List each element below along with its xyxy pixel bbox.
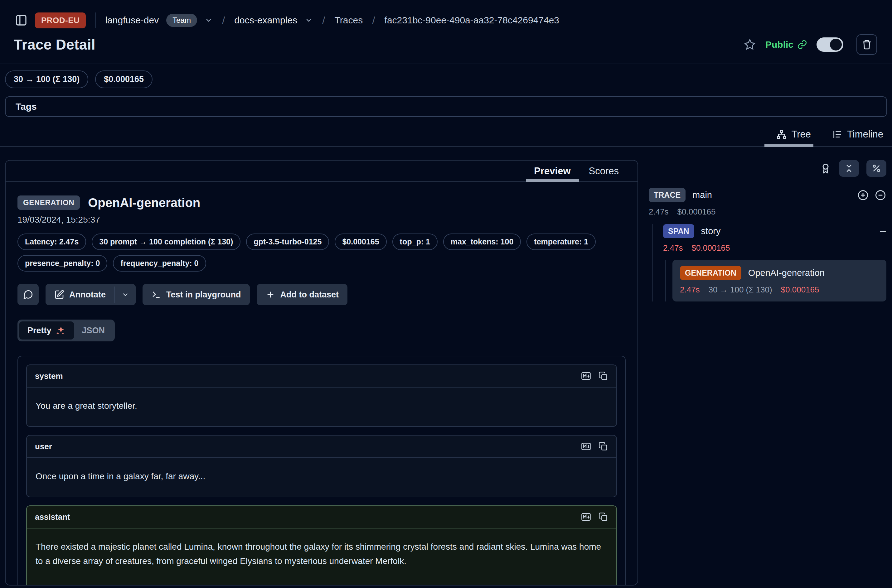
tab-tree-label: Tree xyxy=(791,129,811,140)
collapse-all-button[interactable] xyxy=(839,160,859,177)
message-header-icons xyxy=(581,371,608,381)
annotate-split-button: Annotate xyxy=(45,284,136,305)
message-content: Once upon a time in a galaxy far, far aw… xyxy=(27,458,616,496)
sidebar-toggle-button[interactable] xyxy=(15,14,27,27)
tree-node-span[interactable]: SPAN story − xyxy=(663,224,886,238)
tree-zoom-controls xyxy=(857,189,886,201)
trace-stats: 30 → 100 (Σ 130) $0.000165 xyxy=(0,64,892,91)
model-badge[interactable]: gpt-3.5-turbo-0125 xyxy=(246,234,329,250)
add-to-dataset-button[interactable]: Add to dataset xyxy=(257,284,348,305)
sparkles-icon xyxy=(55,325,66,336)
observation-title: OpenAI-generation xyxy=(88,196,200,210)
span-metrics: 2.47s $0.000165 xyxy=(663,243,886,253)
breadcrumb-divider xyxy=(95,12,96,28)
message-header: assistant xyxy=(27,506,616,528)
tab-scores[interactable]: Scores xyxy=(589,165,619,181)
markdown-toggle-icon[interactable] xyxy=(581,512,591,522)
breadcrumb-traces[interactable]: Traces xyxy=(335,15,363,26)
json-label: JSON xyxy=(82,326,105,336)
tree-toolbar xyxy=(649,160,886,177)
message-role: system xyxy=(35,371,63,381)
trace-type-badge: TRACE xyxy=(649,188,686,202)
generation-cost: $0.000165 xyxy=(781,285,819,295)
tree-icon xyxy=(776,129,787,140)
award-icon[interactable] xyxy=(820,162,832,174)
minus-circle-icon[interactable] xyxy=(874,189,886,201)
message-header: system xyxy=(27,365,616,387)
presence-penalty-badge: presence_penalty: 0 xyxy=(18,255,107,272)
trash-icon xyxy=(862,39,872,50)
message-header-icons xyxy=(581,512,608,522)
frequency-penalty-badge: frequency_penalty: 0 xyxy=(113,255,206,272)
observation-actions: Annotate Test in playgroun xyxy=(18,284,626,305)
timeline-icon xyxy=(832,129,843,140)
copy-icon[interactable] xyxy=(598,512,608,522)
temperature-badge: temperature: 1 xyxy=(527,234,596,250)
comments-button[interactable] xyxy=(18,284,39,305)
message-content: There existed a majestic planet called L… xyxy=(27,528,616,585)
cost-badge: $0.000165 xyxy=(335,234,386,250)
toggle-knob xyxy=(830,39,842,51)
chevron-down-icon[interactable] xyxy=(204,16,213,24)
pretty-label: Pretty xyxy=(27,326,51,336)
trace-cost-badge: $0.000165 xyxy=(95,70,153,88)
format-toggle: Pretty JSON xyxy=(18,320,115,341)
test-in-playground-button[interactable]: Test in playground xyxy=(143,284,250,305)
annotate-dropdown-button[interactable] xyxy=(115,284,136,305)
generation-tokens: 30 → 100 (Σ 130) xyxy=(709,285,772,295)
message-header: user xyxy=(27,435,616,458)
show-metrics-button[interactable] xyxy=(866,160,886,177)
tab-timeline-label: Timeline xyxy=(847,129,883,140)
format-pretty-segment[interactable]: Pretty xyxy=(20,321,74,339)
public-toggle[interactable] xyxy=(817,38,843,52)
breadcrumb-org[interactable]: langfuse-dev xyxy=(105,15,159,26)
copy-icon[interactable] xyxy=(598,441,608,452)
format-json-segment[interactable]: JSON xyxy=(74,322,113,339)
latency-badge: Latency: 2.47s xyxy=(18,234,86,250)
tags-label: Tags xyxy=(16,101,37,112)
tags-container[interactable]: Tags xyxy=(5,96,887,117)
trace-tree-panel: TRACE main 2.47s $0.000165 SPAN xyxy=(649,160,887,302)
chevron-down-icon xyxy=(121,291,129,298)
observation-type-badge: GENERATION xyxy=(18,195,80,210)
top-p-badge: top_p: 1 xyxy=(392,234,438,250)
trace-metrics: 2.47s $0.000165 xyxy=(649,207,886,217)
chevron-down-icon[interactable] xyxy=(305,16,313,24)
tree-node-trace[interactable]: TRACE main xyxy=(649,188,886,202)
span-type-badge: SPAN xyxy=(663,224,694,238)
terminal-icon xyxy=(151,290,161,300)
tree-node-generation-selected[interactable]: GENERATION OpenAI-generation 2.47s 30 → … xyxy=(673,260,886,302)
link-icon xyxy=(797,40,807,50)
observation-timestamp: 19/03/2024, 15:25:37 xyxy=(18,215,626,225)
message-content: You are a great storyteller. xyxy=(27,387,616,426)
copy-icon[interactable] xyxy=(598,371,608,381)
public-link[interactable]: Public xyxy=(765,39,807,50)
public-label: Public xyxy=(765,39,793,50)
plus-icon xyxy=(266,290,275,300)
tab-timeline[interactable]: Timeline xyxy=(831,127,884,146)
header-actions: Public xyxy=(743,34,877,55)
plus-circle-icon[interactable] xyxy=(857,189,869,201)
message-header-icons xyxy=(581,441,608,452)
trace-latency: 2.47s xyxy=(649,207,669,217)
collapse-node-icon[interactable]: − xyxy=(880,225,886,237)
markdown-toggle-icon[interactable] xyxy=(581,441,591,452)
tab-preview[interactable]: Preview xyxy=(534,165,571,181)
environment-badge: PROD-EU xyxy=(35,12,86,28)
comment-icon xyxy=(23,290,33,300)
annotate-button[interactable]: Annotate xyxy=(45,284,114,305)
fold-vertical-icon xyxy=(844,164,854,173)
tab-tree[interactable]: Tree xyxy=(775,127,812,146)
org-plan-badge: Team xyxy=(166,14,197,27)
message-assistant: assistant There existed xyxy=(26,506,617,585)
markdown-toggle-icon[interactable] xyxy=(581,371,591,381)
breadcrumb-project[interactable]: docs-examples xyxy=(234,15,297,26)
span-cost: $0.000165 xyxy=(692,243,730,253)
main-content: Preview Scores GENERATION OpenAI-generat… xyxy=(0,147,892,585)
star-icon[interactable] xyxy=(743,38,756,51)
breadcrumb-trace-id: fac231bc-90ee-490a-aa32-78c4269474e3 xyxy=(384,15,559,26)
trace-detail-page: PROD-EU langfuse-dev Team / docs-example… xyxy=(0,0,892,588)
annotate-label: Annotate xyxy=(69,290,106,300)
trace-name: main xyxy=(692,190,712,200)
delete-trace-button[interactable] xyxy=(856,34,877,55)
